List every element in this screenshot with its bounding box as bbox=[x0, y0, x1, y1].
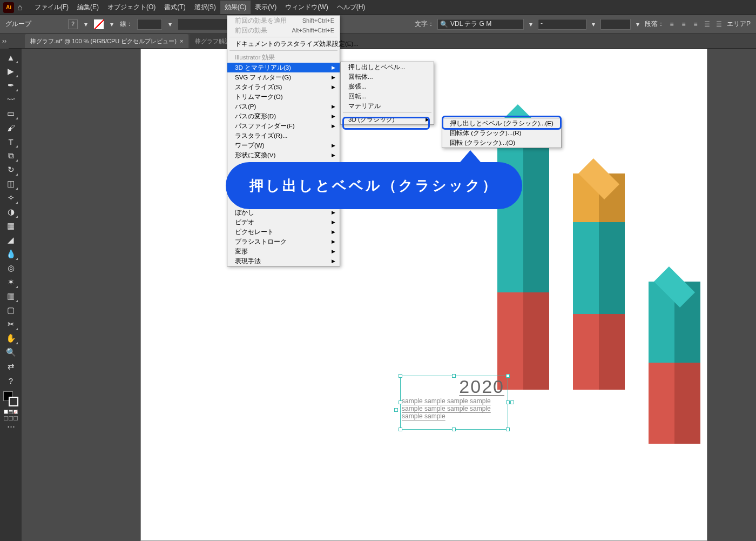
shape-builder-tool[interactable]: ◑ bbox=[3, 205, 18, 218]
menu-file[interactable]: ファイル(F) bbox=[30, 1, 73, 14]
screen-mode-swatches[interactable] bbox=[2, 416, 19, 420]
menu-convert-shape[interactable]: 形状に変換(V)▶ bbox=[227, 150, 340, 160]
selected-text-group[interactable]: 2020 sample sample sample sample sample … bbox=[400, 376, 508, 430]
menu-3d-materials[interactable]: 3D とマテリアル(3)▶ bbox=[227, 63, 340, 72]
selection-mode: グループ bbox=[5, 19, 31, 29]
direct-selection-tool[interactable]: ▶ bbox=[3, 65, 18, 78]
sub-rotate[interactable]: 回転... bbox=[341, 91, 434, 101]
menu-view[interactable]: 表示(V) bbox=[251, 1, 281, 14]
rectangle-tool[interactable]: ▭ bbox=[3, 107, 18, 120]
classic-rotate[interactable]: 回転 (クラシック)...(O) bbox=[442, 138, 561, 148]
document-tabs: 棒グラフ.ai* @ 100 % (RGB/CPU ピクセルプレビュー) × 棒… bbox=[0, 34, 756, 49]
year-text: 2020 bbox=[401, 376, 508, 397]
menu-window[interactable]: ウィンドウ(W) bbox=[281, 1, 332, 14]
font-size-field[interactable] bbox=[600, 19, 631, 30]
close-icon[interactable]: × bbox=[180, 38, 183, 44]
panel-toggle-icon[interactable]: ›› bbox=[0, 34, 9, 49]
menu-apply-last[interactable]: 前回の効果を適用Shift+Ctrl+E bbox=[227, 16, 340, 25]
menu-select[interactable]: 選択(S) bbox=[190, 1, 220, 14]
chart-bar-1 bbox=[497, 119, 549, 390]
font-style-dropdown[interactable]: ▾ bbox=[590, 19, 597, 29]
menu-distort[interactable]: パスの変形(D)▶ bbox=[227, 111, 340, 121]
menu-rasterize[interactable]: ラスタライズ(R)... bbox=[227, 131, 340, 141]
fill-dropdown[interactable]: ▾ bbox=[82, 19, 90, 29]
tab-active[interactable]: 棒グラフ.ai* @ 100 % (RGB/CPU ピクセルプレビュー) × bbox=[25, 34, 188, 48]
pen-tool[interactable]: ✒ bbox=[3, 79, 18, 92]
menu-object[interactable]: オブジェクト(O) bbox=[103, 1, 160, 14]
fill-stroke-indicator[interactable] bbox=[2, 390, 19, 408]
menu-raster-settings[interactable]: ドキュメントのラスタライズ効果設定(E)... bbox=[227, 39, 340, 49]
menu-heading-illustrator: Illustrator 効果 bbox=[227, 52, 340, 63]
menubar: Ai ⌂ ファイル(F) 編集(E) オブジェクト(O) 書式(T) 選択(S)… bbox=[0, 0, 756, 15]
align-center-icon[interactable]: ≡ bbox=[679, 20, 688, 29]
menu-edit[interactable]: 編集(E) bbox=[73, 1, 103, 14]
bubble-text: 押し出しとベベル（クラシック） bbox=[249, 177, 498, 193]
sample-line-3: sample sample bbox=[401, 412, 508, 420]
symbol-sprayer-tool[interactable]: ✶ bbox=[3, 276, 18, 289]
menu-help[interactable]: ヘルプ(H) bbox=[333, 1, 370, 14]
sub-revolve[interactable]: 回転体... bbox=[341, 72, 434, 82]
rotate-tool[interactable]: ↻ bbox=[3, 163, 18, 176]
classic-revolve[interactable]: 回転体 (クラシック)...(R) bbox=[442, 128, 561, 138]
fill-swatch[interactable]: ? bbox=[68, 19, 78, 29]
zoom-tool[interactable]: 🔍 bbox=[3, 346, 18, 359]
menu-artistic[interactable]: 表現手法▶ bbox=[227, 256, 340, 266]
sub-extrude[interactable]: 押し出しとベベル... bbox=[341, 62, 434, 72]
menu-trim-marks[interactable]: トリムマーク(O) bbox=[227, 92, 340, 102]
curvature-tool[interactable]: 〰 bbox=[3, 93, 18, 106]
stroke-weight[interactable]: ​ bbox=[137, 19, 162, 30]
eyedropper-tool[interactable]: 💧 bbox=[3, 248, 18, 261]
control-bar: グループ ? ▾ ▾ 線： ​ ▾ 文字： 🔍 VDL テラ G M ▾ - ▾… bbox=[0, 15, 756, 34]
scale-tool[interactable]: ◫ bbox=[3, 177, 18, 190]
classic-extrude[interactable]: 押し出しとベベル (クラシック)...(E) bbox=[442, 118, 561, 128]
line-tool[interactable]: ⧉ bbox=[3, 149, 18, 162]
toggle-fill-stroke[interactable]: ⇄ bbox=[3, 360, 18, 373]
menu-video[interactable]: ビデオ▶ bbox=[227, 217, 340, 227]
list-icon[interactable]: ☰ bbox=[703, 20, 712, 29]
font-style-field[interactable]: - bbox=[538, 19, 586, 30]
menu-transform[interactable]: 変形▶ bbox=[227, 246, 340, 256]
chart-bar-3 bbox=[649, 282, 700, 444]
sub-classic[interactable]: 3D (クラシック)▶ bbox=[341, 115, 434, 124]
default-fill-stroke[interactable]: ? bbox=[3, 374, 18, 387]
paintbrush-tool[interactable]: 🖌 bbox=[3, 121, 18, 134]
home-icon[interactable]: ⌂ bbox=[17, 3, 23, 12]
list2-icon[interactable]: ☰ bbox=[715, 20, 724, 29]
tool-column: ▲ ▶ ✒ 〰 ▭ 🖌 T ⧉ ↻ ◫ ✧ ◑ ▦ ◢ 💧 ◎ ✶ ▥ ▢ ✂ … bbox=[0, 49, 22, 431]
font-family-field[interactable]: 🔍 VDL テラ G M bbox=[437, 19, 524, 30]
graph-tool[interactable]: ▥ bbox=[3, 290, 18, 303]
sub-inflate[interactable]: 膨張... bbox=[341, 82, 434, 91]
free-transform-tool[interactable]: ▦ bbox=[3, 219, 18, 232]
para-label: 段落： bbox=[645, 19, 664, 29]
menu-brushstroke[interactable]: ブラシストローク▶ bbox=[227, 237, 340, 246]
font-family-dropdown[interactable]: ▾ bbox=[527, 19, 535, 29]
char-label: 文字： bbox=[415, 19, 434, 29]
stroke-weight-dropdown[interactable]: ▾ bbox=[166, 19, 174, 29]
font-size-dropdown[interactable]: ▾ bbox=[634, 19, 642, 29]
stroke-dropdown[interactable]: ▾ bbox=[108, 19, 116, 29]
stroke-swatch[interactable] bbox=[94, 19, 104, 29]
align-left-icon[interactable]: ≡ bbox=[667, 20, 676, 29]
edit-toolbar[interactable]: ⋯ bbox=[3, 422, 18, 431]
artboard-tool[interactable]: ▢ bbox=[3, 304, 18, 317]
sub-material[interactable]: マテリアル bbox=[341, 101, 434, 111]
menu-last-effect[interactable]: 前回の効果Alt+Shift+Ctrl+E bbox=[227, 25, 340, 35]
menu-pathfinder[interactable]: パスファインダー(F)▶ bbox=[227, 121, 340, 131]
menu-path[interactable]: パス(P)▶ bbox=[227, 102, 340, 111]
slice-tool[interactable]: ✂ bbox=[3, 318, 18, 331]
color-mode-swatches[interactable] bbox=[2, 410, 19, 414]
type-tool[interactable]: T bbox=[3, 135, 18, 148]
menu-stylize[interactable]: スタイライズ(S)▶ bbox=[227, 82, 340, 92]
hand-tool[interactable]: ✋ bbox=[3, 332, 18, 345]
menu-pixelate[interactable]: ピクセレート▶ bbox=[227, 227, 340, 237]
menu-type[interactable]: 書式(T) bbox=[160, 1, 190, 14]
area-label: エリアP bbox=[727, 19, 751, 29]
align-right-icon[interactable]: ≡ bbox=[691, 20, 700, 29]
menu-warp[interactable]: ワープ(W)▶ bbox=[227, 141, 340, 150]
menu-effect[interactable]: 効果(C) bbox=[220, 1, 251, 14]
width-tool[interactable]: ✧ bbox=[3, 191, 18, 204]
blend-tool[interactable]: ◎ bbox=[3, 262, 18, 275]
selection-tool[interactable]: ▲ bbox=[3, 51, 18, 64]
menu-svg-filter[interactable]: SVG フィルター(G)▶ bbox=[227, 72, 340, 82]
gradient-tool[interactable]: ◢ bbox=[3, 233, 18, 246]
